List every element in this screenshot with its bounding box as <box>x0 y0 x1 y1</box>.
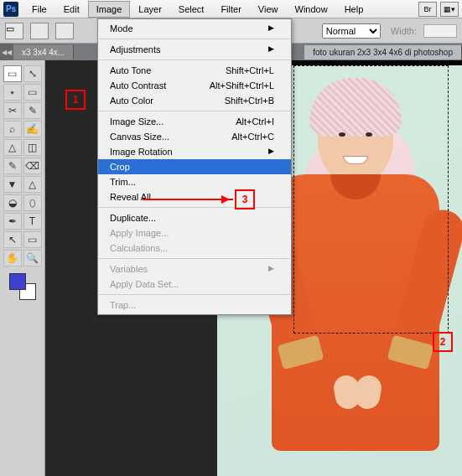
menu-file[interactable]: File <box>23 1 55 18</box>
notes-tool[interactable]: ▭ <box>23 231 42 248</box>
width-input[interactable] <box>423 24 457 38</box>
width-label: Width: <box>391 26 417 36</box>
fg-color[interactable] <box>9 273 26 290</box>
annotation-3: 3 <box>235 189 255 210</box>
shape-tool[interactable]: ↖ <box>3 231 22 248</box>
crop-tool[interactable]: ✂ <box>3 102 22 119</box>
menu-item-auto-contrast[interactable]: Auto ContrastAlt+Shift+Ctrl+L <box>98 78 291 93</box>
menubar: Ps File Edit Image Layer Select Filter V… <box>0 0 462 18</box>
annotation-arrow <box>143 199 233 200</box>
menu-select[interactable]: Select <box>170 1 213 18</box>
menu-item-auto-tone[interactable]: Auto ToneShift+Ctrl+L <box>98 63 291 78</box>
gradient-tool[interactable]: ▼ <box>3 176 22 193</box>
type-tool[interactable]: ✒ <box>3 213 22 230</box>
zoom-tool[interactable]: 🔍 <box>23 250 42 266</box>
menu-item-apply-image: Apply Image... <box>98 225 291 241</box>
annotation-2: 2 <box>433 332 453 352</box>
menu-item-mode[interactable]: Mode▶ <box>98 21 291 36</box>
annotation-1: 1 <box>65 90 86 110</box>
eraser-tool[interactable]: ⌫ <box>23 158 42 174</box>
app-logo: Ps <box>3 2 18 17</box>
menu-item-apply-data-set: Apply Data Set... <box>98 277 291 292</box>
slice-tool[interactable]: ✎ <box>23 102 42 119</box>
arrange-button[interactable]: ▦▾ <box>440 2 459 17</box>
path-tool[interactable]: T <box>23 213 42 230</box>
menu-image[interactable]: Image <box>88 1 131 18</box>
menu-item-variables: Variables▶ <box>98 261 291 277</box>
menu-filter[interactable]: Filter <box>212 1 249 18</box>
option-box[interactable] <box>55 23 74 39</box>
menu-item-trap: Trap... <box>98 298 291 313</box>
menu-window[interactable]: Window <box>287 1 336 18</box>
bridge-button[interactable]: Br <box>418 2 437 17</box>
menu-item-trim[interactable]: Trim... <box>98 174 291 189</box>
dodge-tool[interactable]: ◒ <box>3 194 22 211</box>
blur-tool[interactable]: △ <box>23 176 42 193</box>
menu-item-image-size[interactable]: Image Size...Alt+Ctrl+I <box>98 114 291 129</box>
pen-tool[interactable]: ⬯ <box>23 194 42 211</box>
image-menu-dropdown: Mode▶ Adjustments▶ Auto ToneShift+Ctrl+L… <box>97 18 292 315</box>
lasso-tool[interactable]: ⭑ <box>3 84 22 101</box>
option-box[interactable] <box>30 23 49 39</box>
menu-item-crop[interactable]: Crop <box>98 159 291 174</box>
menu-item-auto-color[interactable]: Auto ColorShift+Ctrl+B <box>98 93 291 108</box>
move-tool[interactable]: ⤡ <box>23 65 42 82</box>
menu-item-duplicate[interactable]: Duplicate... <box>98 210 291 225</box>
hand-tool[interactable]: ✋ <box>3 250 22 266</box>
eyedropper-tool[interactable]: ⌕ <box>3 121 22 137</box>
document-tab[interactable]: x3 3x4 4x... <box>13 45 74 60</box>
menu-view[interactable]: View <box>250 1 287 18</box>
menu-item-calculations: Calculations... <box>98 241 291 256</box>
menu-item-reveal-all[interactable]: Reveal All <box>98 189 291 204</box>
tools-panel: ▭⤡ ⭑▭ ✂✎ ⌕✍ △◫ ✎⌫ ▼△ ◒⬯ ✒T ↖▭ ✋🔍 <box>0 60 45 476</box>
history-brush-tool[interactable]: ✎ <box>3 158 22 174</box>
menu-item-adjustments[interactable]: Adjustments▶ <box>98 42 291 57</box>
menu-layer[interactable]: Layer <box>130 1 170 18</box>
marquee-icon[interactable]: ▭ <box>5 23 23 39</box>
panel-collapse-handle[interactable]: ◀◀ <box>0 44 13 60</box>
menu-item-canvas-size[interactable]: Canvas Size...Alt+Ctrl+C <box>98 129 291 144</box>
document-tab-active[interactable]: foto ukuran 2x3 3x4 4x6 di photoshop <box>304 45 462 60</box>
brush-tool[interactable]: △ <box>3 139 22 156</box>
stamp-tool[interactable]: ◫ <box>23 139 42 156</box>
menu-help[interactable]: Help <box>336 1 372 18</box>
selection-marquee[interactable] <box>293 65 449 334</box>
menu-edit[interactable]: Edit <box>55 1 88 18</box>
marquee-tool[interactable]: ▭ <box>3 65 22 82</box>
heal-tool[interactable]: ✍ <box>23 121 42 137</box>
menu-item-image-rotation[interactable]: Image Rotation▶ <box>98 144 291 159</box>
wand-tool[interactable]: ▭ <box>23 84 42 101</box>
color-swatch[interactable] <box>9 273 36 300</box>
blend-mode-select[interactable]: Normal <box>322 23 381 39</box>
